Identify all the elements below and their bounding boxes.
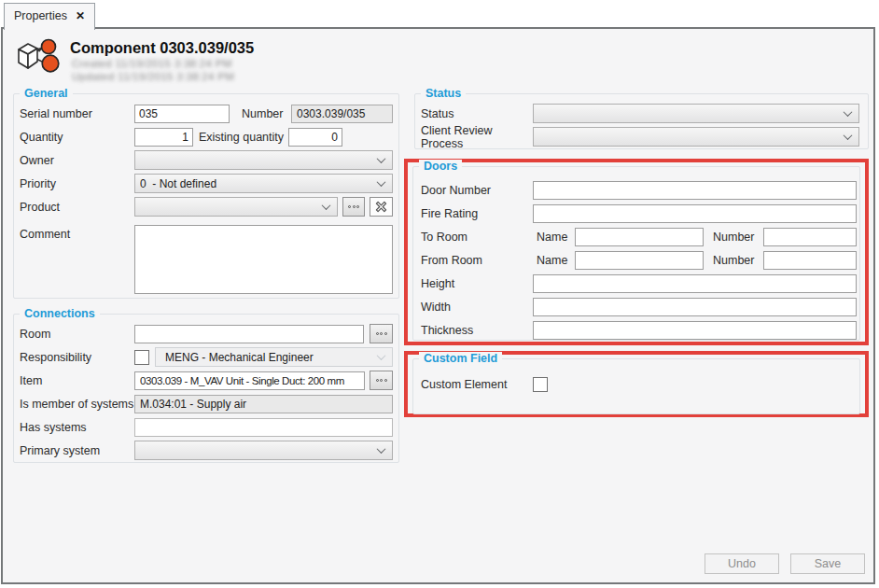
responsibility-row: Responsibility MENG - Mechanical Enginee… [20, 345, 393, 369]
tab-properties[interactable]: Properties ✕ [4, 3, 95, 30]
thickness-input[interactable] [533, 321, 857, 340]
serial-number-row: Serial number Number 0303.039/035 [20, 102, 393, 125]
product-clear-button[interactable] [370, 197, 393, 217]
responsibility-dropdown[interactable]: MENG - Mechanical Engineer [155, 347, 393, 367]
product-browse-button[interactable] [342, 197, 366, 217]
client-review-process-row: Client Review Process [421, 125, 859, 148]
updated-timestamp: Updated 11/19/2015 3:38:24 PM [72, 71, 234, 82]
quantity-input[interactable] [134, 128, 193, 147]
chevron-down-icon [377, 351, 386, 360]
owner-dropdown[interactable] [134, 150, 393, 170]
responsibility-checkbox[interactable] [134, 350, 149, 365]
to-room-row: To Room Name Number [421, 225, 857, 248]
to-room-name-label: Name [537, 231, 575, 244]
chevron-down-icon [321, 201, 330, 210]
member-of-systems-label: Is member of systems [20, 398, 134, 411]
has-systems-input[interactable] [134, 418, 393, 437]
ellipsis-icon [348, 205, 359, 208]
general-section: General Serial number Number 0303.039/03… [13, 93, 399, 299]
number-label: Number [242, 107, 286, 120]
tab-label: Properties [14, 9, 67, 22]
comment-label: Comment [20, 218, 134, 241]
item-row: Item 0303.039 - M_VAV Unit - Single Duct… [20, 369, 393, 392]
owner-label: Owner [20, 154, 134, 167]
priority-row: Priority 0 - Not defined [20, 172, 393, 195]
status-label: Status [421, 107, 533, 120]
height-input[interactable] [533, 274, 857, 293]
quantity-row: Quantity Existing quantity [20, 125, 393, 148]
priority-value: 0 - Not defined [140, 177, 378, 190]
status-row: Status [421, 102, 859, 125]
priority-dropdown[interactable]: 0 - Not defined [134, 174, 393, 193]
fire-rating-input[interactable] [533, 204, 857, 223]
width-label: Width [421, 301, 533, 314]
room-row: Room [20, 322, 393, 345]
status-section: Status Status Client Review Process [414, 93, 869, 149]
height-row: Height [421, 272, 857, 295]
room-input[interactable] [134, 325, 364, 343]
connections-section-title: Connections [20, 307, 100, 320]
thickness-row: Thickness [421, 318, 857, 342]
client-review-process-label: Client Review Process [421, 124, 533, 150]
member-of-systems-row: Is member of systems M.034:01 - Supply a… [20, 392, 393, 415]
custom-field-highlight-box: Custom Field Custom Element [404, 351, 869, 417]
number-field: 0303.039/035 [291, 105, 393, 123]
primary-system-dropdown[interactable] [134, 441, 393, 460]
existing-quantity-input[interactable] [288, 128, 342, 147]
custom-element-checkbox[interactable] [533, 377, 548, 392]
status-dropdown[interactable] [533, 104, 859, 123]
doors-section-title: Doors [419, 160, 462, 173]
component-icon [15, 36, 60, 82]
created-timestamp: Created 11/19/2015 3:38:24 PM [72, 58, 232, 69]
from-room-name-input[interactable] [575, 251, 704, 270]
from-room-row: From Room Name Number [421, 248, 857, 272]
chevron-down-icon [377, 154, 386, 163]
item-field: 0303.039 - M_VAV Unit - Single Duct: 200… [134, 371, 365, 390]
serial-number-label: Serial number [20, 107, 134, 120]
custom-field-section-title: Custom Field [419, 352, 502, 365]
from-room-number-label: Number [713, 254, 763, 267]
chevron-down-icon [844, 107, 853, 117]
chevron-down-icon [844, 131, 853, 140]
quantity-label: Quantity [20, 131, 134, 144]
to-room-number-input[interactable] [763, 228, 857, 246]
tab-close-icon[interactable]: ✕ [76, 10, 85, 21]
client-review-process-dropdown[interactable] [533, 127, 859, 147]
fire-rating-label: Fire Rating [421, 207, 533, 220]
door-number-label: Door Number [421, 184, 533, 197]
serial-number-input[interactable] [134, 105, 230, 123]
product-label: Product [20, 201, 134, 214]
properties-panel: Component 0303.039/035 Created 11/19/201… [1, 27, 875, 584]
chevron-down-icon [377, 444, 386, 454]
has-systems-label: Has systems [20, 421, 134, 434]
status-section-title: Status [421, 87, 466, 100]
primary-system-label: Primary system [20, 444, 134, 457]
item-label: Item [20, 374, 134, 387]
comment-textarea[interactable] [134, 225, 393, 294]
height-label: Height [421, 277, 533, 290]
door-number-input[interactable] [533, 181, 857, 200]
doors-section: Doors Door Number Fire Rating To Room Na… [412, 166, 860, 341]
from-room-label: From Room [421, 254, 533, 267]
to-room-name-input[interactable] [575, 228, 704, 246]
save-button[interactable]: Save [790, 553, 865, 574]
general-section-title: General [20, 87, 73, 100]
room-browse-button[interactable] [370, 324, 393, 343]
product-row: Product [20, 195, 393, 218]
responsibility-label: Responsibility [20, 351, 134, 364]
product-dropdown[interactable] [134, 197, 338, 217]
item-browse-button[interactable] [370, 371, 393, 390]
thickness-label: Thickness [421, 324, 533, 337]
custom-field-section: Custom Field Custom Element [412, 358, 860, 414]
ellipsis-icon [376, 379, 387, 382]
from-room-number-input[interactable] [763, 251, 857, 270]
responsibility-value: MENG - Mechanical Engineer [160, 351, 378, 364]
doors-highlight-box: Doors Door Number Fire Rating To Room Na… [404, 159, 869, 345]
page-title: Component 0303.039/035 [70, 39, 254, 57]
ellipsis-icon [376, 332, 387, 335]
width-input[interactable] [533, 298, 857, 316]
clear-x-icon [373, 199, 389, 215]
to-room-number-label: Number [713, 231, 763, 244]
undo-button[interactable]: Undo [705, 553, 779, 574]
chevron-down-icon [377, 177, 386, 187]
